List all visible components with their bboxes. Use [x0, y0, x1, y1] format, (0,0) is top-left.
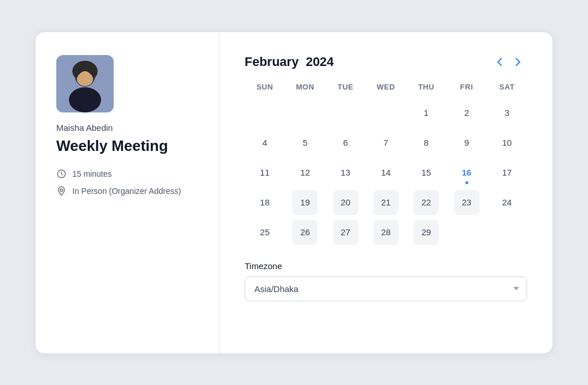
duration-item: 15 minutes	[56, 169, 198, 179]
location-item: In Person (Organizer Address)	[56, 186, 198, 196]
calendar-cell[interactable]: 1	[406, 98, 446, 128]
weekday-header-sun: SUN	[245, 83, 285, 98]
calendar-available-day[interactable]: 22	[406, 188, 446, 217]
avatar	[56, 55, 114, 112]
clock-icon	[56, 169, 67, 179]
weekday-header-thu: THU	[406, 83, 446, 98]
svg-point-4	[69, 87, 101, 112]
meeting-title: Weekly Meeting	[56, 137, 198, 155]
calendar-cell	[285, 98, 325, 128]
calendar-available-day[interactable]: 27	[326, 217, 366, 247]
calendar-available-day[interactable]: 20	[326, 188, 366, 217]
calendar-cell[interactable]: 10	[487, 128, 527, 158]
weekday-header-wed: WED	[366, 83, 406, 98]
calendar-cell[interactable]: 13	[326, 158, 366, 188]
weekday-header-tue: TUE	[326, 83, 366, 98]
calendar-cell	[487, 217, 527, 247]
location-icon	[56, 186, 67, 196]
calendar-cell[interactable]: 24	[487, 188, 527, 217]
calendar-cell[interactable]: 18	[245, 188, 285, 217]
calendar-cell[interactable]: 12	[285, 158, 325, 188]
calendar-available-day[interactable]: 28	[366, 217, 406, 247]
calendar-cell[interactable]: 11	[245, 158, 285, 188]
year-label: 2024	[305, 55, 334, 69]
prev-month-button[interactable]	[490, 53, 509, 71]
month-label: February	[245, 55, 299, 69]
calendar-cell[interactable]: 8	[406, 128, 446, 158]
calendar-cell[interactable]: 25	[245, 217, 285, 247]
weekday-header-mon: MON	[285, 83, 325, 98]
calendar-cell	[446, 217, 486, 247]
timezone-label: Timezone	[245, 261, 527, 271]
weekday-header-sat: SAT	[487, 83, 527, 98]
calendar-available-day[interactable]: 29	[406, 217, 446, 247]
calendar-cell[interactable]: 14	[366, 158, 406, 188]
svg-point-5	[79, 71, 91, 85]
calendar-available-day[interactable]: 23	[446, 188, 486, 217]
svg-point-7	[60, 189, 63, 192]
location-label: In Person (Organizer Address)	[72, 186, 181, 196]
calendar-cell[interactable]: 2	[446, 98, 486, 128]
calendar-cell	[326, 98, 366, 128]
calendar-available-day[interactable]: 21	[366, 188, 406, 217]
organizer-name: Maisha Abedin	[56, 123, 198, 133]
calendar-cell	[245, 98, 285, 128]
calendar-cell[interactable]: 5	[285, 128, 325, 158]
timezone-select[interactable]: Asia/DhakaUTCAmerica/New_YorkAmerica/Los…	[245, 277, 527, 301]
timezone-select-wrapper: Asia/DhakaUTCAmerica/New_YorkAmerica/Los…	[245, 277, 527, 301]
calendar-cell	[366, 98, 406, 128]
left-panel: Maisha Abedin Weekly Meeting 15 minutes …	[36, 32, 219, 353]
calendar-today[interactable]: 16	[446, 158, 486, 188]
calendar-cell[interactable]: 17	[487, 158, 527, 188]
booking-card: Maisha Abedin Weekly Meeting 15 minutes …	[36, 32, 552, 353]
weekday-header-fri: FRI	[446, 83, 486, 98]
right-panel: February 2024 SUNMONTUEWEDTHUFRISAT 1234…	[219, 32, 552, 353]
calendar-cell[interactable]: 9	[446, 128, 486, 158]
calendar-cell[interactable]: 3	[487, 98, 527, 128]
calendar-grid: SUNMONTUEWEDTHUFRISAT 123456789101112131…	[245, 83, 527, 247]
calendar-cell[interactable]: 15	[406, 158, 446, 188]
month-year-title: February 2024	[245, 55, 490, 69]
duration-label: 15 minutes	[72, 169, 111, 178]
timezone-section: Timezone Asia/DhakaUTCAmerica/New_YorkAm…	[245, 261, 527, 301]
calendar-cell[interactable]: 7	[366, 128, 406, 158]
calendar-cell[interactable]: 6	[326, 128, 366, 158]
calendar-available-day[interactable]: 19	[285, 188, 325, 217]
calendar-available-day[interactable]: 26	[285, 217, 325, 247]
calendar-cell[interactable]: 4	[245, 128, 285, 158]
next-month-button[interactable]	[509, 53, 527, 71]
calendar-header: February 2024	[245, 53, 527, 71]
